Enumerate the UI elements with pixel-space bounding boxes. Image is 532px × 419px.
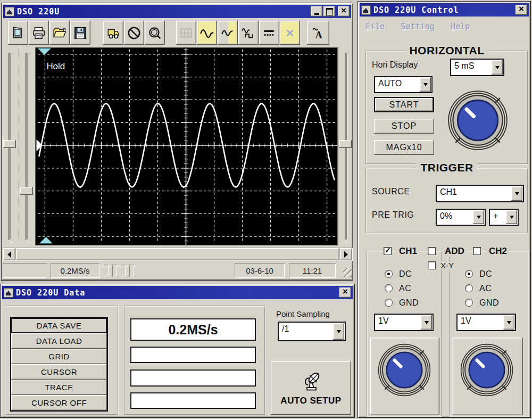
ch2-dc-radio[interactable] [465, 270, 473, 278]
toolbar-button-line-style[interactable] [259, 21, 279, 45]
ch1-volts-value: 1V [375, 315, 420, 330]
status-separator [129, 265, 134, 276]
chevron-down-icon[interactable] [420, 78, 431, 92]
toolbar-button-font[interactable]: A [307, 21, 329, 45]
toolbar-button-open[interactable] [49, 21, 70, 45]
toolbar-button-new[interactable] [8, 21, 28, 45]
chevron-down-icon[interactable] [506, 210, 517, 224]
ch1-gnd-radio[interactable] [385, 299, 393, 307]
ch2-checkbox[interactable] [473, 247, 481, 255]
scrollbar-thumb[interactable] [16, 248, 339, 260]
display-mode-combo[interactable]: AUTO [374, 76, 433, 93]
point-sampling-label: Point Sampling [276, 309, 330, 318]
close-button[interactable] [516, 5, 527, 15]
ch1-volts-knob[interactable] [377, 342, 432, 398]
stop-button[interactable]: STOP [374, 119, 434, 134]
resize-grip[interactable] [343, 268, 352, 277]
app-icon [4, 288, 13, 298]
ch1-dc-radio[interactable] [385, 270, 393, 278]
point-sampling-value: /1 [279, 323, 332, 340]
toolbar-button-grid[interactable] [176, 21, 196, 45]
toolbar-button-print[interactable] [29, 21, 49, 45]
main-window: DSO 220U [1, 3, 353, 281]
toolbar-button-square-wave[interactable] [238, 21, 259, 45]
scroll-left-arrow-icon[interactable] [3, 248, 15, 260]
minimize-button[interactable] [311, 6, 322, 17]
chevron-down-icon[interactable] [492, 60, 503, 75]
toolbar-button-acquire[interactable] [103, 21, 123, 45]
chevron-down-icon[interactable] [473, 210, 484, 224]
menu-file[interactable]: File [365, 22, 385, 31]
data-window-title: DSO 220U Data [16, 288, 85, 298]
sine-small-icon [220, 26, 235, 40]
ch1-checkbox[interactable] [384, 247, 392, 255]
grid-icon [179, 26, 194, 40]
trigger-slope-combo[interactable]: + [489, 209, 519, 226]
status-time: 11:21 [289, 263, 336, 278]
toolbar-button-sine-small[interactable] [218, 21, 238, 45]
data-load-button[interactable]: DATA LOAD [11, 333, 107, 349]
toolbar-button-save[interactable] [70, 21, 90, 45]
trigger-level-thumb[interactable] [339, 140, 352, 148]
chevron-down-icon[interactable] [503, 315, 514, 330]
grid-button[interactable]: GRID [11, 349, 107, 364]
mag-x10-button[interactable]: MAGx10 [374, 140, 434, 155]
ch2-volts-combo[interactable]: 1V [456, 314, 516, 331]
data-window: DSO 220U Data DATA SAVE DATA LOAD GRID C… [0, 284, 355, 418]
toolbar-button-zoom[interactable] [145, 21, 165, 45]
chevron-down-icon[interactable] [421, 315, 432, 330]
readout-field-2 [130, 369, 256, 387]
status-panel-empty [3, 263, 47, 278]
cursor-off-button[interactable]: CURSOR OFF [11, 395, 107, 410]
ch2-ac-radio[interactable] [465, 284, 473, 292]
printer-icon [31, 26, 46, 40]
menu-setting[interactable]: Setting [401, 22, 435, 31]
ch1-ac-radio[interactable] [385, 284, 393, 292]
source-label: SOURCE [372, 187, 410, 196]
display-mode-value: AUTO [375, 77, 419, 92]
readout-field-3 [130, 392, 256, 409]
control-titlebar[interactable]: DSO 220U Control [360, 3, 529, 17]
control-window: DSO 220U Control File Setting Help HORIZ… [358, 1, 531, 418]
toolbar-button-marker[interactable] [280, 21, 300, 45]
timebase-knob[interactable] [446, 89, 509, 152]
start-button[interactable]: START [374, 97, 434, 112]
toolbar-button-sine[interactable] [197, 21, 217, 45]
ch1-gnd-label: GND [399, 298, 419, 308]
ch1-volts-combo[interactable]: 1V [374, 314, 434, 331]
ch2-volts-knob[interactable] [459, 342, 514, 398]
toolbar-button-stop[interactable] [124, 21, 144, 45]
trace-button[interactable]: TRACE [11, 380, 107, 395]
menu-help[interactable]: Help [451, 22, 470, 31]
chevron-down-icon[interactable] [333, 323, 344, 340]
ch2-volts-value: 1V [458, 315, 503, 330]
open-folder-icon [52, 26, 67, 40]
main-titlebar[interactable]: DSO 220U [3, 5, 351, 18]
close-button[interactable] [338, 6, 350, 17]
hori-display-label: Hori Display [372, 60, 418, 70]
pre-trig-combo[interactable]: 0% [436, 209, 486, 226]
timebase-combo[interactable]: 5 mS [450, 59, 504, 76]
maximize-button[interactable] [323, 6, 335, 17]
vertical-slider-track-2[interactable] [26, 53, 28, 240]
horizontal-group-title: HORIZONTAL [405, 44, 488, 57]
desktop: DSO 220U [0, 0, 532, 419]
vertical-slider-thumb-1[interactable] [3, 140, 16, 148]
vertical-slider-thumb-2[interactable] [20, 187, 33, 195]
close-button[interactable] [339, 287, 351, 298]
ch2-gnd-radio[interactable] [465, 299, 473, 307]
data-save-button[interactable]: DATA SAVE [11, 318, 107, 333]
xy-label: X-Y [439, 261, 455, 270]
trigger-source-value: CH1 [437, 186, 511, 201]
data-titlebar[interactable]: DSO 220U Data [2, 286, 353, 299]
chevron-down-icon[interactable] [511, 186, 522, 201]
point-sampling-combo[interactable]: /1 [278, 322, 346, 341]
auto-setup-button[interactable]: AUTO SETUP [271, 361, 351, 415]
cursor-button[interactable]: CURSOR [11, 364, 107, 380]
scroll-right-arrow-icon[interactable] [340, 248, 352, 260]
zoom-icon [147, 26, 162, 40]
add-checkbox[interactable] [428, 247, 436, 255]
xy-checkbox[interactable] [428, 261, 436, 269]
cancel-icon [127, 26, 142, 40]
trigger-source-combo[interactable]: CH1 [436, 185, 524, 202]
